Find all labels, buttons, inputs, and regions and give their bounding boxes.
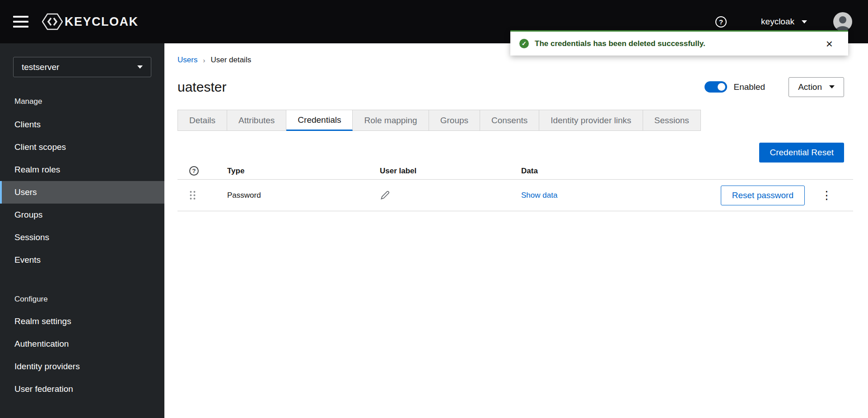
credentials-toolbar: Credential Reset	[177, 143, 853, 163]
title-row: uatester Enabled Action	[177, 77, 853, 97]
credential-reset-button[interactable]: Credential Reset	[759, 143, 844, 163]
sidebar-item-users[interactable]: Users	[0, 181, 164, 204]
toast-message: The credentials has been deleted success…	[535, 39, 705, 48]
sidebar-item-events[interactable]: Events	[0, 249, 164, 271]
credential-type-cell: Password	[227, 191, 380, 200]
row-actions: Reset password ⋮	[721, 186, 853, 205]
breadcrumb: Users › User details	[177, 56, 853, 65]
nav-section-title-configure: Configure	[14, 295, 164, 304]
sidebar-item-authentication[interactable]: Authentication	[0, 333, 164, 355]
edit-user-label-button[interactable]	[380, 190, 390, 200]
enabled-label: Enabled	[733, 82, 765, 92]
realm-selector[interactable]: testserver	[13, 57, 151, 77]
drag-handle-icon[interactable]	[189, 190, 196, 200]
nav-manage: Clients Client scopes Realm roles Users …	[0, 113, 164, 271]
avatar[interactable]	[833, 12, 852, 31]
sidebar-item-client-scopes[interactable]: Client scopes	[0, 136, 164, 158]
sidebar-item-clients[interactable]: Clients	[0, 113, 164, 136]
tab-role-mapping[interactable]: Role mapping	[353, 110, 429, 131]
sidebar-item-user-federation[interactable]: User federation	[0, 378, 164, 400]
nav-configure: Realm settings Authentication Identity p…	[0, 310, 164, 400]
keycloak-logo-icon	[42, 13, 63, 30]
masthead-right: ? keycloak	[715, 12, 852, 31]
table-header-row: ? Type User label Data	[177, 163, 853, 180]
chevron-down-icon	[802, 20, 807, 23]
chevron-down-icon	[829, 85, 835, 88]
tab-attributes[interactable]: Attributes	[227, 110, 286, 131]
tab-groups[interactable]: Groups	[429, 110, 480, 131]
chevron-down-icon	[137, 65, 143, 69]
column-header-user-label: User label	[380, 167, 521, 176]
keycloak-logo[interactable]: KEYCLOAK	[42, 13, 139, 30]
hamburger-menu-icon[interactable]	[13, 16, 28, 28]
pencil-icon	[380, 190, 390, 200]
table-row: Password Show data Reset password ⋮	[177, 180, 853, 211]
user-menu-label: keycloak	[761, 17, 794, 27]
title-controls: Enabled Action	[705, 77, 844, 97]
user-menu-dropdown[interactable]: keycloak	[761, 17, 807, 27]
sidebar-item-groups[interactable]: Groups	[0, 204, 164, 226]
page-title: uatester	[177, 79, 226, 95]
breadcrumb-current: User details	[210, 56, 251, 65]
credentials-table: ? Type User label Data	[177, 163, 853, 211]
chevron-right-icon: ›	[203, 56, 205, 64]
nav-section-title-manage: Manage	[14, 97, 164, 106]
tab-credentials[interactable]: Credentials	[286, 110, 353, 131]
tab-consents[interactable]: Consents	[480, 110, 539, 131]
show-data-link[interactable]: Show data	[521, 191, 557, 200]
body: testserver Manage Clients Client scopes …	[0, 43, 868, 418]
success-toast: ✓ The credentials has been deleted succe…	[510, 30, 848, 56]
close-icon[interactable]: ×	[826, 38, 833, 50]
kebab-menu-icon[interactable]: ⋮	[818, 188, 835, 203]
sidebar-item-sessions[interactable]: Sessions	[0, 226, 164, 249]
keycloak-admin-console: KEYCLOAK ? keycloak ✓ The credentials ha…	[0, 0, 868, 418]
tab-details[interactable]: Details	[177, 110, 227, 131]
tab-sessions[interactable]: Sessions	[643, 110, 701, 131]
sidebar-item-realm-settings[interactable]: Realm settings	[0, 310, 164, 333]
sidebar-item-realm-roles[interactable]: Realm roles	[0, 158, 164, 181]
action-dropdown-button[interactable]: Action	[789, 77, 844, 97]
breadcrumb-link-users[interactable]: Users	[177, 56, 197, 65]
help-icon[interactable]: ?	[189, 166, 199, 176]
tab-bar: Details Attributes Credentials Role mapp…	[177, 110, 853, 131]
action-dropdown-label: Action	[798, 82, 822, 92]
column-header-data: Data	[521, 167, 853, 176]
person-icon	[833, 13, 852, 31]
reset-password-button[interactable]: Reset password	[721, 186, 805, 205]
column-header-type: Type	[227, 167, 380, 176]
sidebar-item-identity-providers[interactable]: Identity providers	[0, 355, 164, 378]
tab-identity-provider-links[interactable]: Identity provider links	[539, 110, 643, 131]
check-circle-icon: ✓	[519, 39, 529, 48]
sidebar: testserver Manage Clients Client scopes …	[0, 43, 164, 418]
realm-selector-value: testserver	[22, 62, 59, 72]
help-icon[interactable]: ?	[715, 16, 727, 28]
main-content: Users › User details uatester Enabled Ac…	[164, 43, 868, 418]
enabled-toggle[interactable]	[705, 81, 727, 93]
logo-text: KEYCLOAK	[65, 15, 139, 29]
